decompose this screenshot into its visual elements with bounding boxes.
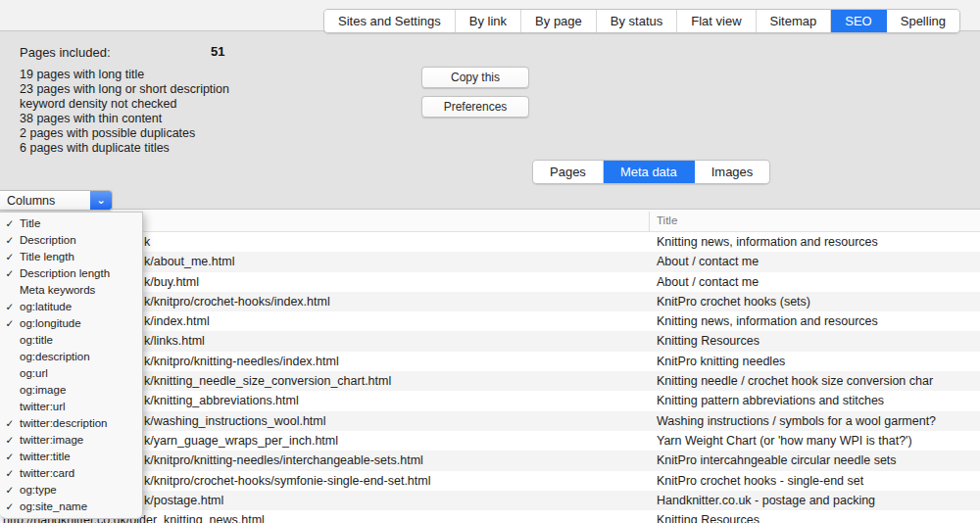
checkmark-icon: ✓ — [0, 317, 20, 329]
column-menu-item-label: og:title — [20, 334, 53, 346]
seo-stat-line: 23 pages with long or short description — [20, 82, 229, 97]
seo-stat-line: 2 pages with possible duplicates — [20, 126, 229, 141]
table-body: k Knitting news, information and resourc… — [0, 232, 980, 523]
column-menu-item[interactable]: twitter:url — [0, 399, 142, 415]
checkmark-icon: ✓ — [0, 434, 20, 446]
table-row[interactable]: k/postage.html Handknitter.co.uk - posta… — [0, 491, 980, 510]
column-menu-item[interactable]: ✓ Title length — [0, 248, 142, 264]
columns-popup-button[interactable]: Columns ⌄ — [0, 190, 113, 211]
checkmark-icon: ✓ — [0, 451, 20, 462]
column-menu-item[interactable]: ✓ og:site_name — [0, 499, 142, 515]
column-menu-item[interactable]: og:image — [0, 381, 142, 398]
checkmark-icon: ✓ — [0, 251, 20, 262]
column-menu-item[interactable]: og:url — [0, 364, 142, 381]
column-menu-item-label: twitter:card — [20, 467, 74, 479]
title-column-header[interactable]: Title — [657, 214, 677, 226]
column-menu-item[interactable]: ✓ twitter:image — [0, 432, 142, 449]
url-cell: k/postage.html — [144, 494, 223, 507]
main-tab[interactable]: By page — [521, 10, 597, 32]
title-cell: About / contact me — [657, 275, 759, 289]
url-cell: k — [144, 235, 150, 249]
column-menu-item-label: og:site_name — [20, 500, 87, 512]
column-menu-item[interactable]: ✓ og:longitude — [0, 314, 142, 331]
column-menu-item-label: Description length — [20, 267, 110, 279]
checkmark-icon: ✓ — [0, 301, 20, 312]
meta-data-table: Title k Knitting news, information and r… — [0, 209, 980, 523]
title-cell: Knitting news, information and resources — [657, 314, 878, 328]
table-row[interactable]: k/about_me.html About / contact me — [0, 252, 980, 271]
table-row[interactable]: k Knitting news, information and resourc… — [0, 232, 980, 252]
column-menu-item[interactable]: og:title — [0, 331, 142, 348]
main-tab[interactable]: SEO — [831, 10, 886, 32]
pages-included-value: 51 — [211, 44, 224, 59]
checkmark-icon: ✓ — [0, 417, 20, 429]
copy-this-button[interactable]: Copy this — [421, 67, 529, 88]
table-row[interactable]: k/knitpro/knitting-needles/interchangeab… — [0, 451, 980, 470]
table-row[interactable]: k/washing_instructions_wool.html Washing… — [0, 411, 980, 431]
main-tab[interactable]: Spelling — [887, 10, 959, 32]
column-menu-item[interactable]: ✓ Title — [0, 214, 142, 231]
main-tab[interactable]: By link — [456, 10, 521, 32]
column-menu-item[interactable]: ✓ og:latitude — [0, 298, 142, 314]
seo-view-tab[interactable]: Meta data — [604, 161, 695, 183]
url-cell: k/knitpro/crochet-hooks/symfonie-single-… — [144, 474, 430, 488]
table-row[interactable]: http://handknitter.co.uk/older_knitting_… — [0, 510, 980, 523]
title-cell: KnitPro crochet hooks - single-end set — [657, 474, 863, 488]
checkmark-icon: ✓ — [0, 217, 20, 229]
main-tab[interactable]: Sitemap — [757, 10, 832, 32]
column-menu-item[interactable]: og:description — [0, 348, 142, 364]
main-tab[interactable]: Sites and Settings — [324, 10, 456, 32]
url-cell: k/knitpro/crochet-hooks/index.html — [144, 295, 330, 309]
url-cell: k/knitting_needle_size_conversion_chart.… — [144, 374, 391, 388]
table-row[interactable]: k/knitpro/crochet-hooks/index.html KnitP… — [0, 292, 980, 311]
title-cell: Washing instructions / symbols for a woo… — [657, 414, 936, 428]
seo-stats-list: 19 pages with long title 23 pages with l… — [20, 68, 229, 156]
column-menu-item[interactable]: ✓ twitter:description — [0, 415, 142, 432]
table-row[interactable]: k/knitting_abbreviations.html Knitting p… — [0, 391, 980, 410]
column-menu-item-label: Title length — [20, 251, 74, 262]
chevron-down-icon: ⌄ — [90, 191, 112, 210]
title-cell: Knitting needle / crochet hook size conv… — [657, 374, 933, 388]
table-row[interactable]: k/index.html Knitting news, information … — [0, 311, 980, 331]
url-cell: k/buy.html — [144, 275, 199, 289]
column-menu-item[interactable]: Meta keywords — [0, 281, 142, 298]
table-row[interactable]: k/buy.html About / contact me — [0, 272, 980, 292]
columns-dropdown-menu: ✓ Title ✓ Description ✓ Title length ✓ D… — [0, 212, 143, 519]
column-menu-item-label: og:image — [20, 384, 66, 396]
preferences-button[interactable]: Preferences — [421, 96, 529, 118]
column-menu-item[interactable]: ✓ Description — [0, 231, 142, 248]
column-menu-item-label: og:type — [20, 484, 57, 496]
column-menu-item-label: og:description — [20, 351, 90, 362]
table-row[interactable]: k/knitting_needle_size_conversion_chart.… — [0, 371, 980, 391]
table-row[interactable]: k/knitpro/knitting-needles/index.html Kn… — [0, 352, 980, 371]
column-menu-item-label: og:url — [20, 367, 48, 379]
title-cell: KnitPro intercahngeable circular needle … — [657, 453, 897, 467]
seo-view-tab[interactable]: Images — [695, 161, 770, 183]
column-menu-item[interactable]: ✓ twitter:card — [0, 465, 142, 482]
checkmark-icon: ✓ — [0, 267, 20, 279]
table-row[interactable]: k/links.html Knitting Resources — [0, 331, 980, 351]
column-divider[interactable] — [649, 212, 650, 231]
checkmark-icon: ✓ — [0, 484, 20, 496]
main-tab[interactable]: Flat view — [677, 10, 756, 32]
main-tab[interactable]: By status — [597, 10, 677, 32]
column-menu-item[interactable]: ✓ twitter:title — [0, 449, 142, 465]
title-cell: Handknitter.co.uk - postage and packing — [657, 494, 875, 507]
column-menu-item[interactable]: ✓ og:type — [0, 482, 142, 499]
column-menu-item-label: twitter:image — [20, 434, 83, 446]
checkmark-icon: ✓ — [0, 500, 20, 512]
url-cell: k/washing_instructions_wool.html — [144, 414, 326, 428]
column-menu-item[interactable]: ✓ Description length — [0, 264, 142, 281]
url-cell: k/knitpro/knitting-needles/index.html — [144, 355, 339, 368]
title-cell: Knitting Resources — [657, 513, 760, 523]
title-cell: KnitPro crochet hooks (sets) — [657, 295, 810, 309]
table-header-row: Title — [0, 209, 980, 232]
title-cell: Knitting Resources — [657, 334, 760, 348]
table-row[interactable]: k/yarn_guage_wraps_per_inch.html Yarn We… — [0, 431, 980, 451]
url-cell: k/knitting_abbreviations.html — [144, 394, 299, 407]
column-menu-item-label: Description — [20, 234, 76, 246]
column-menu-item-label: Title — [20, 217, 40, 229]
seo-stat-line: 6 pages with duplicate titles — [20, 141, 229, 156]
seo-view-tab[interactable]: Pages — [533, 161, 604, 183]
table-row[interactable]: k/knitpro/crochet-hooks/symfonie-single-… — [0, 471, 980, 491]
